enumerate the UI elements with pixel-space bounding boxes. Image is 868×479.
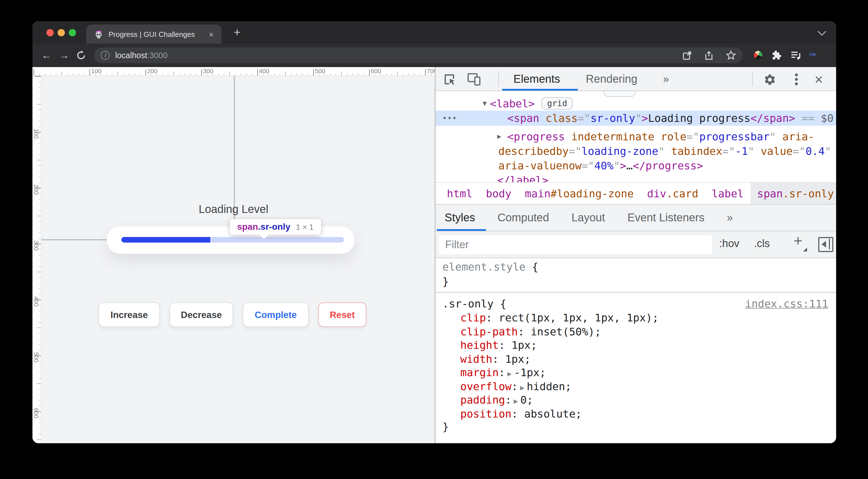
sr-only-close-brace: }	[442, 420, 449, 433]
ruler-top-label: 400	[259, 68, 269, 74]
styles-filter-input[interactable]: Filter	[439, 235, 712, 254]
tab-event-listeners[interactable]: Event Listeners	[627, 211, 705, 224]
ruler-left-label: 100	[33, 129, 40, 139]
expand-value-icon: ▶	[520, 383, 525, 391]
code-line-progress-3[interactable]: aria-valuenow="40%">…</progress>	[498, 158, 703, 173]
css-property-padding[interactable]: padding:▶0;	[460, 393, 533, 408]
toggle-hover-state-button[interactable]: :hov	[719, 237, 739, 250]
inspect-tooltip: span.sr-only 1 × 1	[230, 219, 321, 235]
rule-divider	[436, 292, 836, 293]
devtools-settings-gear-icon[interactable]	[762, 72, 777, 87]
back-button[interactable]: ←	[39, 49, 54, 62]
new-style-rule-button[interactable]: +	[794, 232, 803, 250]
ruler-top-label: 300	[203, 68, 213, 74]
css-property-height[interactable]: height: 1px;	[460, 338, 537, 352]
url-host: localhost	[115, 51, 147, 60]
ruler-left-label: 600	[33, 408, 40, 418]
progress-track	[121, 237, 344, 243]
extensions-puzzle-icon[interactable]	[772, 50, 782, 60]
twisty-collapsed-icon[interactable]: ▶	[497, 129, 501, 143]
css-property-clip[interactable]: clip: rect(1px, 1px, 1px, 1px);	[460, 311, 658, 324]
row-more-dots: •••	[442, 111, 457, 126]
url-bar[interactable]: i localhost:3000	[94, 47, 743, 63]
ruler-horizontal: 100200300400500600700	[32, 67, 435, 76]
styles-filter-row: Filter :hov .cls +	[436, 231, 836, 258]
desktop: Progress | GUI Challenges × + ← → i loca…	[0, 0, 868, 479]
ruler-left-label: 500	[33, 352, 40, 362]
devtools-panel: Elements Rendering » ×	[436, 67, 836, 443]
button-row: IncreaseDecreaseCompleteReset	[98, 302, 366, 327]
ruler-left-label: 400	[33, 296, 40, 307]
elements-tree: ••• ▼ <label>grid <span class="sr-only">…	[436, 91, 836, 182]
css-property-position[interactable]: position: absolute;	[460, 407, 582, 420]
toggle-class-button[interactable]: .cls	[754, 237, 770, 250]
favicon-skull-icon	[94, 29, 103, 39]
partial-badge	[603, 91, 636, 97]
sr-only-selector[interactable]: .sr-only {	[442, 297, 506, 310]
tab-close-icon[interactable]: ×	[206, 29, 216, 39]
tab-layout[interactable]: Layout	[571, 211, 605, 224]
window-content: 100200300400500600700 100200300400500600…	[32, 67, 836, 443]
macos-minimize-button[interactable]	[58, 29, 65, 36]
twisty-expanded-icon[interactable]: ▼	[483, 96, 487, 111]
tab-search-chevron-icon[interactable]	[819, 29, 825, 35]
ruler-left-label: 300	[33, 240, 40, 251]
tooltip-arrow	[259, 235, 269, 239]
breadcrumb-item-div[interactable]: div.card	[640, 183, 705, 204]
devtools-menu-kebab-icon[interactable]	[789, 72, 804, 87]
grid-badge[interactable]: grid	[541, 97, 573, 109]
code-line-progress-1[interactable]: <progress indeterminate role="progressba…	[507, 129, 814, 143]
browser-tab[interactable]: Progress | GUI Challenges ×	[86, 25, 221, 43]
tooltip-dimensions: 1 × 1	[296, 222, 313, 231]
css-property-width[interactable]: width: 1px;	[460, 352, 531, 365]
decrease-button[interactable]: Decrease	[169, 302, 233, 327]
page-title: Loading Level	[32, 203, 435, 216]
devtools-close-icon[interactable]: ×	[811, 72, 826, 87]
tab-styles[interactable]: Styles	[445, 211, 475, 224]
inspect-element-icon[interactable]	[442, 72, 457, 87]
reset-button[interactable]: Reset	[318, 302, 366, 327]
bookmark-star-icon[interactable]	[726, 50, 736, 60]
breadcrumb-item-main[interactable]: main#loading-zone	[518, 183, 640, 204]
ruler-top-label: 100	[91, 68, 101, 74]
code-line-label-close[interactable]: </label>	[497, 173, 548, 182]
complete-button[interactable]: Complete	[243, 302, 309, 327]
inline-style-rule[interactable]: element.style {	[442, 260, 538, 273]
code-line-label-open[interactable]: <label>grid	[490, 96, 573, 111]
share-icon[interactable]	[704, 51, 714, 60]
tab-computed[interactable]: Computed	[497, 211, 549, 224]
ruler-top-label: 700	[427, 68, 435, 74]
more-styles-tabs-icon[interactable]: »	[727, 212, 733, 224]
site-info-icon[interactable]: i	[101, 51, 110, 60]
breadcrumb-item-span[interactable]: span.sr-only	[750, 183, 836, 204]
tooltip-class: .sr-only	[258, 222, 290, 232]
tab-rendering[interactable]: Rendering	[586, 73, 638, 86]
forward-button[interactable]: →	[57, 49, 71, 62]
reload-icon[interactable]	[76, 50, 91, 60]
progress-fill	[121, 237, 210, 243]
code-line-progress-2[interactable]: describedby="loading-zone" tabindex="-1"…	[498, 143, 831, 158]
code-line-span-selected[interactable]: <span class="sr-only">Loading progress</…	[507, 111, 834, 125]
css-property-clip-path[interactable]: clip-path: inset(50%);	[460, 324, 601, 338]
breadcrumb-item-label[interactable]: label	[705, 183, 750, 204]
breadcrumb-item-html[interactable]: html	[440, 183, 479, 204]
css-property-margin[interactable]: margin:▶-1px;	[460, 365, 546, 381]
styles-pane: element.style { } .sr-only { index.css:1…	[436, 258, 836, 443]
macos-close-button[interactable]	[46, 29, 54, 36]
breadcrumb: htmlbodymain#loading-zonediv.cardlabelsp…	[436, 182, 836, 204]
macos-zoom-button[interactable]	[69, 29, 76, 36]
toggle-sidebar-icon[interactable]	[818, 237, 833, 252]
breadcrumb-item-body[interactable]: body	[479, 183, 519, 204]
more-tabs-icon[interactable]: »	[663, 73, 669, 85]
inline-style-close-brace: }	[442, 275, 449, 288]
media-playlist-icon[interactable]	[791, 51, 801, 60]
open-in-new-icon[interactable]	[682, 51, 692, 60]
device-toolbar-icon[interactable]	[467, 72, 482, 87]
stylesheet-source-link[interactable]: index.css:111	[745, 297, 828, 310]
tab-elements[interactable]: Elements	[514, 73, 560, 86]
new-tab-button[interactable]: +	[229, 26, 245, 39]
css-property-overflow[interactable]: overflow:▶hidden;	[460, 379, 571, 394]
page-viewport: 100200300400500600700 100200300400500600…	[32, 67, 435, 443]
increase-button[interactable]: Increase	[98, 302, 160, 327]
styles-active-underline	[437, 229, 486, 231]
